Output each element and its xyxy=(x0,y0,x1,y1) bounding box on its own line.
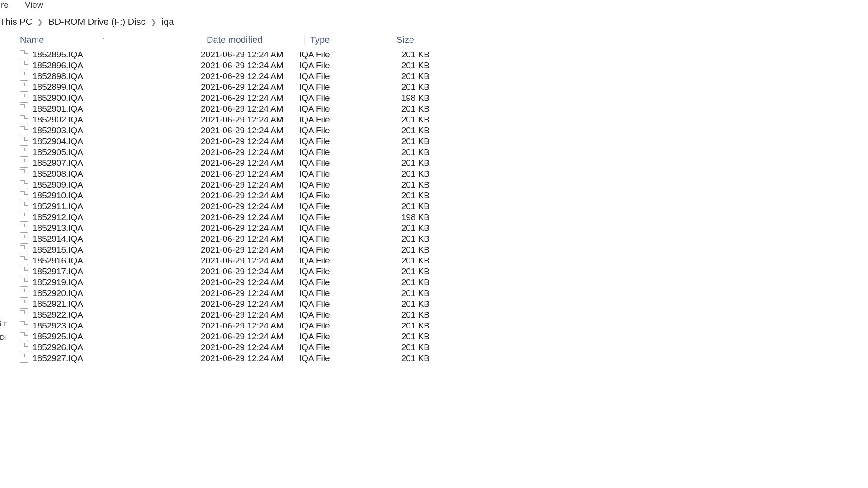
file-icon xyxy=(20,94,28,103)
file-name: 1852920.IQA xyxy=(33,288,83,298)
file-name: 1852910.IQA xyxy=(33,191,83,201)
file-type: IQA File xyxy=(299,343,381,352)
file-row[interactable]: 1852911.IQA2021-06-29 12:24 AMIQA File20… xyxy=(7,201,868,212)
file-type: IQA File xyxy=(299,158,381,168)
file-row[interactable]: 1852895.IQA2021-06-29 12:24 AMIQA File20… xyxy=(7,49,868,60)
file-row[interactable]: 1852899.IQA2021-06-29 12:24 AMIQA File20… xyxy=(7,82,868,93)
file-size: 201 KB xyxy=(381,245,436,255)
file-row[interactable]: 1852925.IQA2021-06-29 12:24 AMIQA File20… xyxy=(7,331,868,342)
file-size: 201 KB xyxy=(381,115,436,125)
file-type: IQA File xyxy=(299,71,381,81)
file-row[interactable]: 1852902.IQA2021-06-29 12:24 AMIQA File20… xyxy=(7,114,868,125)
file-date: 2021-06-29 12:24 AM xyxy=(201,256,299,266)
file-icon xyxy=(20,354,28,363)
file-row[interactable]: 1852907.IQA2021-06-29 12:24 AMIQA File20… xyxy=(7,158,868,169)
file-type: IQA File xyxy=(299,310,381,320)
column-header-date[interactable]: Date modified xyxy=(206,35,304,45)
file-date: 2021-06-29 12:24 AM xyxy=(201,61,299,70)
file-name: 1852923.IQA xyxy=(33,321,83,331)
column-divider[interactable] xyxy=(451,35,451,45)
ribbon-tab-view[interactable]: View xyxy=(25,0,43,10)
file-date: 2021-06-29 12:24 AM xyxy=(201,180,299,190)
breadcrumb-item-drive[interactable]: BD-ROM Drive (F:) Disc xyxy=(48,17,145,27)
nav-item-fragment[interactable]: i E xyxy=(0,320,7,334)
file-type: IQA File xyxy=(299,191,381,201)
file-row[interactable]: 1852916.IQA2021-06-29 12:24 AMIQA File20… xyxy=(7,255,868,266)
file-type: IQA File xyxy=(299,321,381,331)
file-row[interactable]: 1852912.IQA2021-06-29 12:24 AMIQA File19… xyxy=(7,212,868,223)
nav-item-fragment[interactable]: Di xyxy=(0,334,7,347)
breadcrumb-item-folder[interactable]: iqa xyxy=(162,17,174,27)
file-row[interactable]: 1852917.IQA2021-06-29 12:24 AMIQA File20… xyxy=(7,266,868,277)
file-icon xyxy=(20,321,28,330)
file-name: 1852902.IQA xyxy=(33,115,83,125)
column-header-size[interactable]: Size xyxy=(396,35,451,45)
file-icon xyxy=(20,310,28,319)
file-date: 2021-06-29 12:24 AM xyxy=(201,82,299,92)
file-row[interactable]: 1852926.IQA2021-06-29 12:24 AMIQA File20… xyxy=(7,342,868,353)
file-size: 201 KB xyxy=(381,267,436,277)
file-name: 1852926.IQA xyxy=(33,343,83,352)
file-row[interactable]: 1852909.IQA2021-06-29 12:24 AMIQA File20… xyxy=(7,179,868,190)
file-size: 201 KB xyxy=(381,277,436,287)
column-header-name-label: Name xyxy=(20,35,44,45)
file-date: 2021-06-29 12:24 AM xyxy=(201,202,299,211)
file-name: 1852914.IQA xyxy=(33,234,83,244)
file-size: 201 KB xyxy=(381,202,436,211)
file-row[interactable]: 1852915.IQA2021-06-29 12:24 AMIQA File20… xyxy=(7,244,868,255)
file-size: 201 KB xyxy=(381,50,436,60)
file-type: IQA File xyxy=(299,202,381,211)
file-type: IQA File xyxy=(299,136,381,146)
file-name: 1852895.IQA xyxy=(33,50,83,60)
file-type: IQA File xyxy=(299,277,381,287)
column-divider[interactable] xyxy=(304,35,305,45)
column-header-name[interactable]: Name ⌃ xyxy=(7,35,201,45)
file-date: 2021-06-29 12:24 AM xyxy=(201,223,299,233)
column-divider[interactable] xyxy=(201,35,201,45)
file-row[interactable]: 1852903.IQA2021-06-29 12:24 AMIQA File20… xyxy=(7,125,868,136)
file-row[interactable]: 1852908.IQA2021-06-29 12:24 AMIQA File20… xyxy=(7,169,868,179)
file-row[interactable]: 1852900.IQA2021-06-29 12:24 AMIQA File19… xyxy=(7,93,868,103)
file-row[interactable]: 1852910.IQA2021-06-29 12:24 AMIQA File20… xyxy=(7,190,868,201)
file-row[interactable]: 1852898.IQA2021-06-29 12:24 AMIQA File20… xyxy=(7,71,868,82)
file-date: 2021-06-29 12:24 AM xyxy=(201,158,299,168)
file-date: 2021-06-29 12:24 AM xyxy=(201,136,299,146)
file-row[interactable]: 1852922.IQA2021-06-29 12:24 AMIQA File20… xyxy=(7,310,868,320)
ribbon-tab-share[interactable]: re xyxy=(1,0,9,10)
file-date: 2021-06-29 12:24 AM xyxy=(201,321,299,331)
file-row[interactable]: 1852914.IQA2021-06-29 12:24 AMIQA File20… xyxy=(7,234,868,244)
file-row[interactable]: 1852921.IQA2021-06-29 12:24 AMIQA File20… xyxy=(7,299,868,310)
breadcrumb[interactable]: This PC ❯ BD-ROM Drive (F:) Disc ❯ iqa xyxy=(0,13,868,31)
file-icon xyxy=(20,300,28,309)
file-size: 201 KB xyxy=(381,332,436,342)
file-name: 1852917.IQA xyxy=(33,267,83,277)
file-row[interactable]: 1852901.IQA2021-06-29 12:24 AMIQA File20… xyxy=(7,103,868,114)
file-size: 201 KB xyxy=(381,310,436,320)
file-name: 1852922.IQA xyxy=(33,310,83,320)
file-name: 1852919.IQA xyxy=(33,277,83,287)
file-row[interactable]: 1852919.IQA2021-06-29 12:24 AMIQA File20… xyxy=(7,277,868,288)
file-size: 201 KB xyxy=(381,147,436,157)
file-date: 2021-06-29 12:24 AM xyxy=(201,234,299,244)
file-name: 1852904.IQA xyxy=(33,136,83,146)
file-icon xyxy=(20,50,28,59)
chevron-right-icon: ❯ xyxy=(151,19,156,26)
file-list: 1852895.IQA2021-06-29 12:24 AMIQA File20… xyxy=(7,49,868,364)
file-row[interactable]: 1852923.IQA2021-06-29 12:24 AMIQA File20… xyxy=(7,320,868,331)
file-row[interactable]: 1852905.IQA2021-06-29 12:24 AMIQA File20… xyxy=(7,147,868,158)
file-type: IQA File xyxy=(299,180,381,190)
file-size: 201 KB xyxy=(381,353,436,363)
file-row[interactable]: 1852904.IQA2021-06-29 12:24 AMIQA File20… xyxy=(7,136,868,147)
file-date: 2021-06-29 12:24 AM xyxy=(201,212,299,222)
file-row[interactable]: 1852896.IQA2021-06-29 12:24 AMIQA File20… xyxy=(7,60,868,71)
column-header-type[interactable]: Type xyxy=(309,35,391,45)
column-divider[interactable] xyxy=(391,35,391,45)
ribbon-tabs: re View xyxy=(0,0,868,13)
file-size: 201 KB xyxy=(381,169,436,179)
file-size: 201 KB xyxy=(381,288,436,298)
file-row[interactable]: 1852927.IQA2021-06-29 12:24 AMIQA File20… xyxy=(7,353,868,364)
breadcrumb-item-this-pc[interactable]: This PC xyxy=(0,17,32,27)
file-row[interactable]: 1852920.IQA2021-06-29 12:24 AMIQA File20… xyxy=(7,288,868,299)
file-row[interactable]: 1852913.IQA2021-06-29 12:24 AMIQA File20… xyxy=(7,223,868,234)
file-date: 2021-06-29 12:24 AM xyxy=(201,343,299,352)
